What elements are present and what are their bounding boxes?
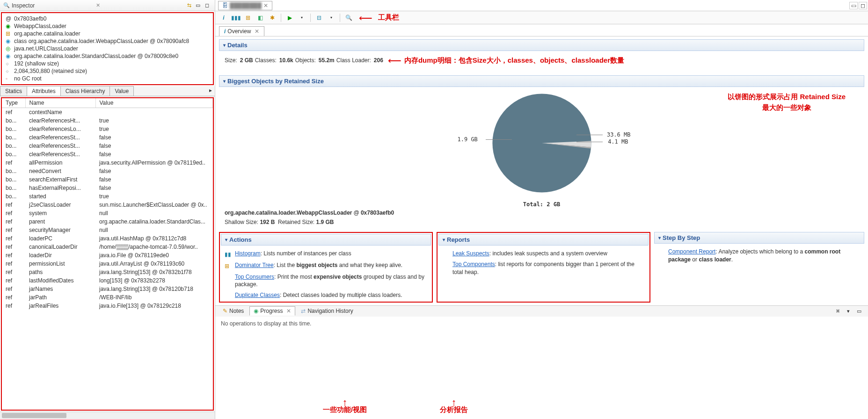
top-consumers-link[interactable]: Top Consumers	[235, 274, 274, 280]
scroll-arrow-icon[interactable]: ▸	[206, 86, 215, 96]
overview-tab[interactable]: i Overview ✕	[219, 26, 264, 36]
tab-close-icon[interactable]: ✕	[263, 2, 268, 9]
maximize-button[interactable]: ◻	[859, 2, 867, 9]
dropdown-icon[interactable]: ▾	[297, 13, 306, 22]
pie-section: ▾ Biggest Objects by Retained Size 1.9 G…	[219, 75, 864, 226]
table-row[interactable]: bo...clearReferencesHt...true	[2, 116, 213, 125]
reports-header[interactable]: ▾ Reports	[438, 234, 649, 246]
table-row[interactable]: refpermissionListjava.util.ArrayList @ 0…	[2, 260, 213, 268]
tab-close-icon[interactable]: ✕	[94, 2, 102, 9]
query-tool-icon[interactable]: ⊟	[314, 13, 324, 22]
table-row[interactable]: refsystemnull	[2, 209, 213, 217]
actions-annotation: ↑ 一些功能/视图	[323, 399, 367, 414]
table-row[interactable]: bo...clearReferencesSt...false	[2, 150, 213, 159]
toolbar-annotation: 工具栏	[378, 13, 399, 22]
table-row[interactable]: refjarNamesjava.lang.String[133] @ 0x781…	[2, 285, 213, 293]
histogram-tool-icon[interactable]: ▮▮▮	[231, 13, 241, 22]
leak-suspects-link[interactable]: Leak Suspects	[452, 250, 489, 257]
tab-attributes[interactable]: Attributes	[27, 86, 61, 96]
table-row[interactable]: bo...searchExternalFirstfalse	[2, 175, 213, 184]
gc-icon: ◦	[6, 75, 12, 82]
pie-chart[interactable]: 1.9 GB 33.6 MB 4.1 MB 以饼图的形式展示占用 Retaine…	[219, 87, 864, 199]
tree-item[interactable]: ⟐2,084,350,880 (retained size)	[6, 67, 209, 75]
pie-header[interactable]: ▾ Biggest Objects by Retained Size	[219, 75, 864, 87]
tree-item[interactable]: @0x7803aefb0	[6, 15, 209, 22]
step-header[interactable]: ▾ Step By Step	[654, 232, 864, 244]
arrow-icon: ⟵	[359, 12, 372, 23]
dropdown-icon[interactable]: ▾	[327, 13, 336, 22]
maximize-icon[interactable]: ◻	[203, 2, 211, 9]
table-row[interactable]: bo...startedtrue	[2, 192, 213, 201]
close-icon[interactable]: ✕	[286, 308, 291, 314]
reports-annotation: ↑ 分析报告	[440, 399, 468, 414]
tab-progress[interactable]: ◉Progress✕	[249, 306, 295, 316]
top-components-link[interactable]: Top Components	[452, 261, 495, 267]
action-item: Top Consumers: Print the most expensive …	[221, 272, 431, 290]
tree-item[interactable]: ◎java.net.URLClassLoader	[6, 45, 209, 52]
overview-tool-icon[interactable]: i	[219, 13, 228, 22]
step-card: ▾ Step By Step Component Report: Analyze…	[654, 232, 864, 303]
col-type[interactable]: Type	[2, 98, 25, 108]
duplicate-link[interactable]: Duplicate Classes	[235, 292, 280, 298]
table-row[interactable]: bo...clearReferencesSt...false	[2, 133, 213, 142]
details-header[interactable]: ▾ Details	[219, 39, 864, 51]
tree-item[interactable]: ◉org.apache.catalina.loader.StandardClas…	[6, 52, 209, 60]
tab-class-hierarchy[interactable]: Class Hierarchy	[60, 86, 110, 96]
tree-item[interactable]: ◉class org.apache.catalina.loader.Webapp…	[6, 37, 209, 45]
inspector-title: Inspector	[12, 2, 94, 9]
oql-tool-icon[interactable]: ◧	[255, 13, 265, 22]
tree-item[interactable]: ◉WebappClassLoader	[6, 22, 209, 30]
menu-icon[interactable]: ▾	[845, 307, 852, 315]
table-row[interactable]: bo...clearReferencesSt...false	[2, 142, 213, 150]
close-icon[interactable]: ✕	[255, 28, 259, 35]
search-tool-icon[interactable]: 🔍	[344, 13, 353, 22]
minimize-icon[interactable]: ▭	[855, 307, 863, 315]
table-row[interactable]: refloaderDirjava.io.File @ 0x78119ede0	[2, 251, 213, 260]
clear-icon[interactable]: ✖	[834, 307, 841, 315]
table-row[interactable]: refjarRealFilesjava.io.File[133] @ 0x781…	[2, 302, 213, 310]
table-row[interactable]: refsecurityManagernull	[2, 226, 213, 234]
col-value[interactable]: Value	[95, 98, 213, 108]
action-item: ⊞ Dominator Tree: List the biggest objec…	[221, 260, 431, 272]
inspector-tree: @0x7803aefb0 ◉WebappClassLoader ⊞org.apa…	[1, 12, 214, 85]
tab-value[interactable]: Value	[109, 86, 134, 96]
tree-item[interactable]: ◦no GC root	[6, 75, 209, 82]
tab-statics[interactable]: Statics	[0, 86, 27, 96]
selected-object: org.apache.catalina.loader.WebappClassLo…	[219, 208, 864, 218]
histogram-link[interactable]: Histogram	[235, 250, 261, 257]
actions-header[interactable]: ▾ Actions	[221, 234, 431, 246]
col-name[interactable]: Name	[25, 98, 95, 108]
table-row[interactable]: refallPermissionjava.security.AllPermiss…	[2, 159, 213, 167]
threads-tool-icon[interactable]: ✱	[268, 13, 277, 22]
minimize-icon[interactable]: ▭	[194, 2, 202, 9]
table-row[interactable]: refj2seClassLoadersun.misc.Launcher$ExtC…	[2, 201, 213, 209]
address-icon: @	[6, 15, 12, 22]
report-item: Leak Suspects: includes leak suspects an…	[438, 248, 649, 259]
component-report-link[interactable]: Component Report	[668, 248, 715, 255]
db-icon: 🗄	[222, 2, 228, 9]
table-row[interactable]: refjarPath/WEB-INF/lib	[2, 293, 213, 302]
table-row[interactable]: refcanonicalLoaderDir/home/▒▒▒/apache-to…	[2, 243, 213, 251]
dominator-link[interactable]: Dominator Tree	[235, 262, 274, 268]
run-tool-icon[interactable]: ▶	[285, 13, 294, 22]
table-row[interactable]: bo...clearReferencesLo...true	[2, 125, 213, 133]
table-row[interactable]: refparentorg.apache.catalina.loader.Stan…	[2, 217, 213, 226]
table-row[interactable]: bo...needConvertfalse	[2, 167, 213, 175]
tab-notes[interactable]: ✎Notes	[219, 307, 248, 315]
table-row[interactable]: refcontextName	[2, 108, 213, 117]
table-row[interactable]: bo...hasExternalReposi...false	[2, 184, 213, 192]
table-row[interactable]: refloaderPCjava.util.HashMap @ 0x78112c7…	[2, 234, 213, 243]
pie-annotation: 以饼图的形式展示占用 Retained Size 最大的一些对象	[728, 92, 846, 113]
tree-item[interactable]: ⟐192 (shallow size)	[6, 60, 209, 67]
h-scrollbar[interactable]	[0, 412, 215, 419]
tab-nav-history[interactable]: ⇄Navigation History	[297, 307, 357, 315]
table-row[interactable]: reflastModifiedDateslong[153] @ 0x7832b2…	[2, 276, 213, 285]
dominator-tool-icon[interactable]: ⊞	[243, 13, 253, 22]
heap-dump-tab[interactable]: 🗄 ████████ ✕	[218, 1, 272, 10]
tab-label-blurred: ████████	[230, 2, 262, 9]
link-icon[interactable]: ⇆	[185, 2, 193, 9]
table-row[interactable]: refpathsjava.lang.String[153] @ 0x7832b1…	[2, 268, 213, 276]
tree-item[interactable]: ⊞org.apache.catalina.loader	[6, 30, 209, 37]
package-icon: ⊞	[6, 30, 12, 37]
minimize-button[interactable]: ▭	[849, 2, 858, 9]
